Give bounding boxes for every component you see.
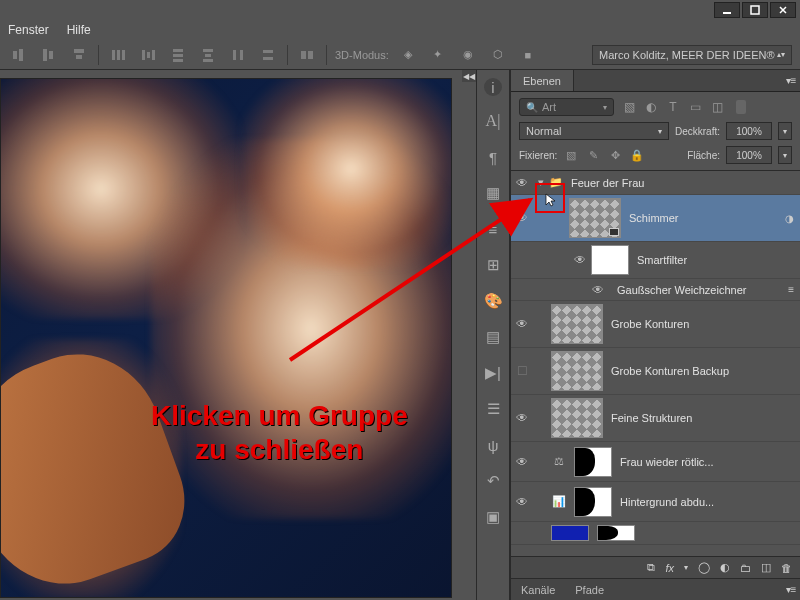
layer-grobe[interactable]: 👁 Grobe Konturen [511,301,800,348]
3d-icon-2[interactable]: ✦ [427,44,449,66]
menu-hilfe[interactable]: Hilfe [67,23,91,37]
lock-pixels-icon[interactable]: ✎ [585,147,601,163]
layer-grobe-backup[interactable]: ☐ Grobe Konturen Backup [511,348,800,395]
align-icon-1[interactable] [8,44,30,66]
visibility-icon[interactable]: 👁 [511,495,533,509]
collapse-panels-icon[interactable]: ◀◀ [462,70,476,82]
cursor-icon [544,192,560,208]
align-icon-2[interactable] [38,44,60,66]
smart-filter-item[interactable]: 👁 Gaußscher Weichzeichner ≡ [511,279,800,301]
distribute-icon-1[interactable] [107,44,129,66]
svg-rect-1 [751,6,759,14]
smart-object-icon: ◑ [785,213,794,224]
bottom-panel-menu-icon[interactable]: ▾≡ [782,579,800,600]
brush-panel-icon[interactable]: ψ [482,434,504,456]
filter-mask-thumbnail [591,245,629,275]
link-layers-icon[interactable]: ⧉ [647,561,655,574]
visibility-icon[interactable]: 👁 [587,283,609,297]
lock-transparency-icon[interactable]: ▧ [563,147,579,163]
tutorial-annotation: Klicken um Gruppe zu schließen [151,399,408,466]
filter-options-icon[interactable]: ≡ [788,284,794,295]
distribute-icon-4[interactable] [197,44,219,66]
navigator-panel-icon[interactable]: ▣ [482,506,504,528]
svg-rect-11 [117,50,120,60]
fill-input[interactable]: 100% [726,146,772,164]
swatches-panel-icon[interactable]: ⊞ [482,254,504,276]
filter-adjustment-icon[interactable]: ◐ [642,99,660,115]
layer-hintergrund[interactable]: 👁 📊 Hintergrund abdu... [511,482,800,522]
flaeche-label: Fläche: [687,150,720,161]
visibility-icon[interactable]: 👁 [511,317,533,331]
layer-frau[interactable]: 👁 ⚖ Frau wieder rötlic... [511,442,800,482]
minimize-button[interactable] [714,2,740,18]
paragraph-panel-icon[interactable]: ¶ [482,146,504,168]
visibility-icon[interactable]: ☐ [511,364,533,378]
account-dropdown[interactable]: Marco Kolditz, MEER DER IDEEN® ▴▾ [592,45,792,65]
new-layer-icon[interactable]: ◫ [761,561,771,574]
mask-thumbnail [574,447,612,477]
grid-panel-icon[interactable]: ▦ [482,182,504,204]
distribute-icon-6[interactable] [257,44,279,66]
filter-pixel-icon[interactable]: ▧ [620,99,638,115]
canvas[interactable]: Klicken um Gruppe zu schließen [0,78,452,598]
filter-shape-icon[interactable]: ▭ [686,99,704,115]
lock-position-icon[interactable]: ✥ [607,147,623,163]
filter-toggle[interactable] [736,100,746,114]
menu-panel-icon[interactable]: ≡ [482,218,504,240]
filter-name: Gaußscher Weichzeichner [617,284,788,296]
align-panel-icon[interactable]: ☰ [482,398,504,420]
maximize-button[interactable] [742,2,768,18]
distribute-icon-5[interactable] [227,44,249,66]
opacity-chevron[interactable]: ▾ [778,122,792,140]
visibility-icon[interactable]: 👁 [511,211,533,225]
layers-list: 👁 ▾ 📁 Feuer der Frau 👁 Schimmer ◑ 👁 Smar… [511,171,800,556]
info-panel-icon[interactable]: i [484,78,502,96]
menu-fenster[interactable]: Fenster [8,23,49,37]
svg-rect-24 [263,50,273,53]
layer-smartfilter[interactable]: 👁 Smartfilter [511,242,800,279]
delete-layer-icon[interactable]: 🗑 [781,562,792,574]
3d-icon-3[interactable]: ◉ [457,44,479,66]
lock-all-icon[interactable]: 🔒 [629,147,645,163]
visibility-icon[interactable]: 👁 [569,253,591,267]
svg-rect-6 [43,49,47,61]
close-button[interactable] [770,2,796,18]
tab-pfade[interactable]: Pfade [565,579,614,600]
svg-rect-25 [263,57,273,60]
layer-name: Schimmer [629,212,785,224]
layer-search[interactable]: 🔍 Art ▾ [519,98,614,116]
distribute-icon-3[interactable] [167,44,189,66]
filter-type-icon[interactable]: T [664,99,682,115]
opacity-input[interactable]: 100% [726,122,772,140]
align-icon-3[interactable] [68,44,90,66]
distribute-icon-2[interactable] [137,44,159,66]
fx-icon[interactable]: fx [665,562,674,574]
3d-icon-4[interactable]: ⬡ [487,44,509,66]
adjustments-panel-icon[interactable]: ▤ [482,326,504,348]
visibility-icon[interactable]: 👁 [511,176,533,190]
3d-icon-5[interactable]: ■ [517,44,539,66]
visibility-icon[interactable]: 👁 [511,455,533,469]
new-group-icon[interactable]: 🗀 [740,562,751,574]
svg-rect-27 [308,51,313,59]
panel-menu-icon[interactable]: ▾≡ [782,70,800,91]
actions-panel-icon[interactable]: ▶| [482,362,504,384]
auto-align-icon[interactable] [296,44,318,66]
layer-feine[interactable]: 👁 Feine Strukturen [511,395,800,442]
filter-smart-icon[interactable]: ◫ [708,99,726,115]
color-panel-icon[interactable]: 🎨 [482,290,504,312]
layer-thumbnail [551,525,589,541]
history-panel-icon[interactable]: ↶ [482,470,504,492]
layer-row[interactable] [511,522,800,545]
character-panel-icon[interactable]: A| [482,110,504,132]
adjustment-layer-icon[interactable]: ◐ [720,561,730,574]
mask-thumbnail [597,525,635,541]
blend-mode-select[interactable]: Normal▾ [519,122,669,140]
3d-icon-1[interactable]: ◈ [397,44,419,66]
tab-ebenen[interactable]: Ebenen [511,70,574,91]
fill-chevron[interactable]: ▾ [778,146,792,164]
tab-kanaele[interactable]: Kanäle [511,579,565,600]
visibility-icon[interactable]: 👁 [511,411,533,425]
mask-icon[interactable]: ◯ [698,561,710,574]
layer-name: Grobe Konturen [611,318,800,330]
